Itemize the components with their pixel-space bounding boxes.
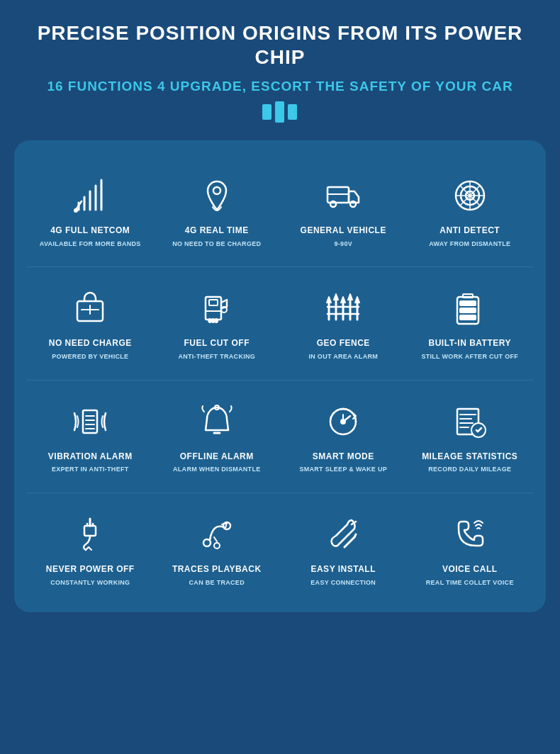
feature-never-power-off: NEVER POWER OFF CONSTANTLY WORKING bbox=[27, 500, 154, 598]
row-divider-1 bbox=[27, 266, 533, 267]
feature-offline-alarm: OFFLINE ALARM ALARM WHEN DISMANTLE bbox=[154, 388, 281, 485]
svg-line-71 bbox=[214, 537, 217, 541]
feature-anti-detect: ANTI DETECT AWAY FROM DISMANTLE bbox=[407, 162, 534, 259]
svg-point-13 bbox=[350, 201, 356, 207]
feature-desc: EXPERT IN ANTI-THEFT bbox=[52, 466, 129, 474]
svg-marker-39 bbox=[355, 297, 359, 303]
feature-desc: 9-90V bbox=[334, 240, 352, 249]
feature-desc: EASY CONNECTION bbox=[310, 579, 376, 587]
svg-marker-35 bbox=[327, 297, 331, 303]
feature-title: GEO FENCE bbox=[317, 338, 370, 349]
feature-geo-fence: GEO FENCE IN OUT AREA ALARM bbox=[280, 274, 407, 372]
feature-desc: NO NEED TO BE CHARGED bbox=[172, 240, 261, 249]
vibration-icon bbox=[69, 400, 111, 443]
feature-desc: RECORD DAILY MILEAGE bbox=[428, 466, 511, 474]
battery-icon bbox=[449, 287, 491, 330]
svg-rect-2 bbox=[288, 104, 297, 120]
feature-title: GENERAL VEHICLE bbox=[301, 225, 386, 237]
divider-icon bbox=[259, 101, 301, 128]
feature-title: NO NEED CHARGE bbox=[49, 338, 132, 349]
feature-no-need-charge: NO NEED CHARGE POWERED BY VEHICLE bbox=[27, 274, 154, 372]
feature-fuel-cut-off: 000 FUEL CUT OFF ANTI-THEFT TRACKING bbox=[154, 274, 281, 372]
row-divider-2 bbox=[27, 380, 533, 381]
row-divider-3 bbox=[27, 493, 533, 493]
svg-point-12 bbox=[330, 201, 336, 207]
radar-icon bbox=[449, 174, 491, 217]
route-icon bbox=[196, 513, 238, 556]
sub-title: 16 FUNCTIONS 4 UPGRADE, ESCORT THE SAFET… bbox=[47, 79, 513, 94]
feature-desc: ALARM WHEN DISMANTLE bbox=[173, 466, 261, 474]
svg-point-10 bbox=[213, 187, 220, 194]
feature-title: VIBRATION ALARM bbox=[48, 451, 133, 463]
bag-icon bbox=[69, 287, 111, 330]
feature-vibration-alarm: VIBRATION ALARM EXPERT IN ANTI-THEFT bbox=[27, 388, 154, 485]
feature-voice-call: VOICE CALL REAL TIME COLLET VOICE bbox=[407, 500, 534, 598]
feature-title: 4G REAL TIME bbox=[185, 225, 249, 237]
svg-line-73 bbox=[354, 534, 356, 537]
truck-icon bbox=[322, 174, 364, 217]
feature-desc: REAL TIME COLLET VOICE bbox=[426, 579, 514, 587]
signal-icon bbox=[69, 174, 111, 217]
fuel-icon: 000 bbox=[196, 287, 238, 330]
svg-point-70 bbox=[214, 543, 220, 548]
feature-desc: ANTI-THEFT TRACKING bbox=[178, 353, 255, 361]
svg-rect-43 bbox=[463, 294, 473, 298]
tools-icon bbox=[322, 513, 364, 556]
svg-point-57 bbox=[341, 420, 345, 424]
feature-desc: IN OUT AREA ALARM bbox=[308, 353, 378, 361]
plug-icon bbox=[69, 513, 111, 556]
svg-point-9 bbox=[74, 209, 77, 212]
feature-title: NEVER POWER OFF bbox=[46, 564, 135, 575]
feature-general-vehicle: GENERAL VEHICLE 9-90V bbox=[280, 162, 407, 259]
feature-easy-install: EASY INSTALL EASY CONNECTION bbox=[280, 500, 407, 598]
feature-desc: POWERED BY VEHICLE bbox=[52, 353, 128, 361]
feature-desc: CONSTANTLY WORKING bbox=[50, 579, 130, 587]
feature-desc: CAN BE TRACED bbox=[189, 579, 245, 587]
phone-icon bbox=[449, 513, 491, 556]
svg-marker-38 bbox=[348, 294, 352, 300]
svg-marker-36 bbox=[334, 294, 338, 300]
svg-text:000: 000 bbox=[208, 317, 218, 324]
feature-traces-playback: TRACES PLAYBACK CAN BE TRACED bbox=[154, 500, 281, 598]
svg-rect-47 bbox=[83, 410, 97, 433]
feature-title: TRACES PLAYBACK bbox=[172, 564, 262, 575]
feature-built-in-battery: BUILT-IN BATTERY STILL WORK AFTER CUT OF… bbox=[407, 274, 534, 372]
location-pin-icon bbox=[196, 174, 238, 217]
feature-4g-full-netcom: 4G FULL NETCOM AVAILABLE FOR MORE BANDS bbox=[27, 162, 154, 259]
smart-icon bbox=[322, 400, 364, 443]
svg-marker-37 bbox=[341, 297, 345, 303]
mileage-icon bbox=[449, 400, 491, 443]
svg-rect-26 bbox=[209, 300, 218, 305]
feature-title: FUEL CUT OFF bbox=[184, 338, 250, 349]
feature-title: MILEAGE STATISTICS bbox=[422, 451, 517, 463]
feature-title: BUILT-IN BATTERY bbox=[429, 338, 511, 349]
feature-title: 4G FULL NETCOM bbox=[50, 225, 130, 237]
feature-title: ANTI DETECT bbox=[439, 225, 500, 237]
feature-desc: AVAILABLE FOR MORE BANDS bbox=[40, 240, 141, 249]
svg-rect-0 bbox=[262, 104, 271, 120]
feature-mileage-statistics: MILEAGE STATISTICS RECORD DAILY MILEAGE bbox=[407, 388, 534, 485]
svg-rect-46 bbox=[460, 315, 476, 320]
feature-desc: AWAY FROM DISMANTLE bbox=[429, 240, 510, 249]
feature-title: VOICE CALL bbox=[442, 564, 498, 575]
feature-title: OFFLINE ALARM bbox=[180, 451, 254, 463]
bell-icon bbox=[196, 400, 238, 443]
feature-smart-mode: SMART MODE SMART SLEEP & WAKE UP bbox=[280, 388, 407, 485]
fence-icon bbox=[322, 287, 364, 330]
svg-line-72 bbox=[345, 537, 354, 547]
feature-desc: SMART SLEEP & WAKE UP bbox=[299, 466, 387, 474]
main-title: PRECISE POSITION ORIGINS FROM ITS POWER … bbox=[14, 21, 546, 69]
feature-title: SMART MODE bbox=[313, 451, 374, 463]
features-card: 4G FULL NETCOM AVAILABLE FOR MORE BANDS … bbox=[14, 140, 546, 612]
feature-desc: STILL WORK AFTER CUT OFF bbox=[421, 353, 518, 361]
feature-4g-real-time: 4G REAL TIME NO NEED TO BE CHARGED bbox=[154, 162, 281, 259]
feature-title: EASY INSTALL bbox=[310, 564, 376, 575]
svg-rect-1 bbox=[275, 101, 284, 123]
svg-rect-45 bbox=[460, 308, 476, 313]
svg-rect-44 bbox=[460, 301, 476, 305]
svg-rect-65 bbox=[84, 526, 96, 536]
